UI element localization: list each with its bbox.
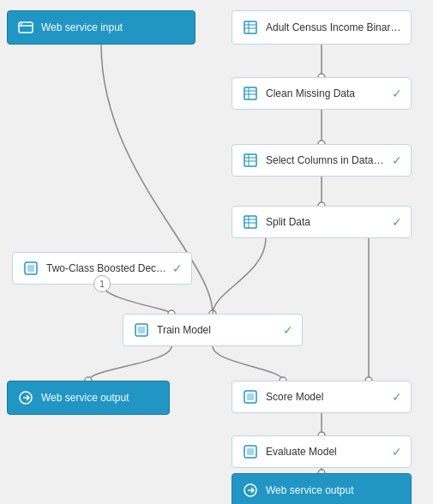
split-data-node[interactable]: Split Data ✓: [232, 206, 412, 238]
select-columns-check-icon: ✓: [392, 153, 402, 167]
train-model-node[interactable]: Train Model ✓: [123, 314, 303, 346]
split-data-icon: [241, 213, 260, 231]
two-class-boosted-label: Two-Class Boosted Decision ...: [46, 262, 167, 274]
output-left-icon: [16, 388, 35, 407]
select-columns-icon: [241, 151, 260, 170]
score-model-label: Score Model: [266, 391, 387, 403]
score-model-node[interactable]: Score Model ✓: [232, 381, 412, 413]
web-service-output-right-node[interactable]: Web service output: [232, 473, 412, 504]
score-model-icon: [241, 387, 260, 406]
web-service-input-label: Web service input: [41, 21, 186, 33]
clean-missing-data-label: Clean Missing Data: [266, 87, 387, 99]
train-model-check-icon: ✓: [283, 323, 293, 337]
train-model-icon: [132, 321, 151, 339]
svg-rect-40: [247, 393, 254, 400]
train-model-label: Train Model: [157, 324, 278, 336]
evaluate-model-icon: [241, 442, 260, 461]
clean-check-icon: ✓: [392, 87, 402, 100]
ml-pipeline-canvas: Web service input Adult Census Income Bi…: [0, 0, 433, 504]
split-data-check-icon: ✓: [392, 215, 402, 229]
clean-missing-data-node[interactable]: Clean Missing Data ✓: [232, 77, 412, 110]
two-class-check-icon: ✓: [172, 261, 183, 275]
svg-rect-42: [247, 448, 254, 455]
web-service-output-left-node[interactable]: Web service output: [7, 381, 170, 415]
web-service-output-right-label: Web service output: [266, 484, 402, 496]
input-icon: [16, 18, 35, 37]
adult-census-node[interactable]: Adult Census Income Binary ...: [232, 10, 412, 45]
dataset-icon: [241, 18, 260, 37]
svg-rect-19: [244, 21, 256, 33]
evaluate-model-node[interactable]: Evaluate Model ✓: [232, 435, 412, 468]
two-class-icon: [21, 259, 40, 278]
svg-rect-36: [27, 265, 34, 272]
badge-1: 1: [93, 275, 111, 292]
svg-rect-38: [138, 327, 145, 333]
web-service-output-left-label: Web service output: [41, 392, 160, 404]
split-data-label: Split Data: [266, 216, 387, 228]
svg-point-18: [21, 23, 22, 25]
adult-census-label: Adult Census Income Binary ...: [266, 21, 402, 33]
output-right-icon: [241, 481, 260, 500]
select-columns-label: Select Columns in Dataset: [266, 154, 387, 166]
select-columns-node[interactable]: Select Columns in Dataset ✓: [232, 144, 412, 177]
evaluate-model-check-icon: ✓: [392, 445, 402, 459]
svg-rect-27: [244, 154, 256, 166]
svg-rect-23: [244, 87, 256, 99]
evaluate-model-label: Evaluate Model: [266, 446, 387, 458]
web-service-input-node[interactable]: Web service input: [7, 10, 195, 45]
score-model-check-icon: ✓: [392, 390, 402, 404]
clean-icon: [241, 84, 260, 103]
two-class-boosted-node[interactable]: Two-Class Boosted Decision ... ✓ 1: [12, 252, 192, 285]
svg-rect-31: [244, 216, 256, 228]
